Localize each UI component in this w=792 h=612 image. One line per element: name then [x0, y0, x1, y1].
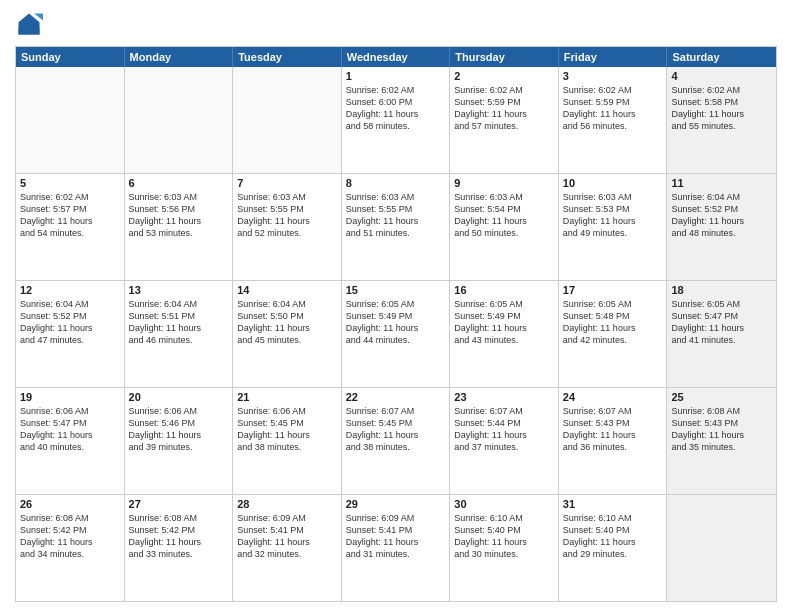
cell-info: Sunrise: 6:07 AM Sunset: 5:45 PM Dayligh…	[346, 405, 446, 454]
cal-cell: 10Sunrise: 6:03 AM Sunset: 5:53 PM Dayli…	[559, 174, 668, 280]
week-row-2: 5Sunrise: 6:02 AM Sunset: 5:57 PM Daylig…	[16, 174, 776, 281]
cell-info: Sunrise: 6:07 AM Sunset: 5:44 PM Dayligh…	[454, 405, 554, 454]
cal-cell: 1Sunrise: 6:02 AM Sunset: 6:00 PM Daylig…	[342, 67, 451, 173]
cell-info: Sunrise: 6:03 AM Sunset: 5:53 PM Dayligh…	[563, 191, 663, 240]
cal-cell	[667, 495, 776, 601]
day-number: 21	[237, 391, 337, 403]
week-row-4: 19Sunrise: 6:06 AM Sunset: 5:47 PM Dayli…	[16, 388, 776, 495]
cell-info: Sunrise: 6:03 AM Sunset: 5:55 PM Dayligh…	[237, 191, 337, 240]
day-number: 15	[346, 284, 446, 296]
week-row-1: 1Sunrise: 6:02 AM Sunset: 6:00 PM Daylig…	[16, 67, 776, 174]
cell-info: Sunrise: 6:06 AM Sunset: 5:46 PM Dayligh…	[129, 405, 229, 454]
cal-cell: 19Sunrise: 6:06 AM Sunset: 5:47 PM Dayli…	[16, 388, 125, 494]
cal-cell: 12Sunrise: 6:04 AM Sunset: 5:52 PM Dayli…	[16, 281, 125, 387]
day-number: 9	[454, 177, 554, 189]
cell-info: Sunrise: 6:05 AM Sunset: 5:49 PM Dayligh…	[454, 298, 554, 347]
day-number: 3	[563, 70, 663, 82]
day-number: 7	[237, 177, 337, 189]
header-day-saturday: Saturday	[667, 47, 776, 67]
cell-info: Sunrise: 6:02 AM Sunset: 5:59 PM Dayligh…	[454, 84, 554, 133]
cal-cell: 2Sunrise: 6:02 AM Sunset: 5:59 PM Daylig…	[450, 67, 559, 173]
calendar-body: 1Sunrise: 6:02 AM Sunset: 6:00 PM Daylig…	[16, 67, 776, 601]
cell-info: Sunrise: 6:04 AM Sunset: 5:51 PM Dayligh…	[129, 298, 229, 347]
day-number: 31	[563, 498, 663, 510]
cell-info: Sunrise: 6:08 AM Sunset: 5:43 PM Dayligh…	[671, 405, 772, 454]
day-number: 18	[671, 284, 772, 296]
day-number: 14	[237, 284, 337, 296]
cell-info: Sunrise: 6:05 AM Sunset: 5:49 PM Dayligh…	[346, 298, 446, 347]
cell-info: Sunrise: 6:06 AM Sunset: 5:45 PM Dayligh…	[237, 405, 337, 454]
day-number: 19	[20, 391, 120, 403]
cal-cell: 14Sunrise: 6:04 AM Sunset: 5:50 PM Dayli…	[233, 281, 342, 387]
cell-info: Sunrise: 6:08 AM Sunset: 5:42 PM Dayligh…	[129, 512, 229, 561]
cal-cell: 9Sunrise: 6:03 AM Sunset: 5:54 PM Daylig…	[450, 174, 559, 280]
cal-cell: 4Sunrise: 6:02 AM Sunset: 5:58 PM Daylig…	[667, 67, 776, 173]
cal-cell: 25Sunrise: 6:08 AM Sunset: 5:43 PM Dayli…	[667, 388, 776, 494]
header-day-friday: Friday	[559, 47, 668, 67]
cal-cell: 29Sunrise: 6:09 AM Sunset: 5:41 PM Dayli…	[342, 495, 451, 601]
cell-info: Sunrise: 6:04 AM Sunset: 5:52 PM Dayligh…	[671, 191, 772, 240]
cell-info: Sunrise: 6:05 AM Sunset: 5:48 PM Dayligh…	[563, 298, 663, 347]
cal-cell: 22Sunrise: 6:07 AM Sunset: 5:45 PM Dayli…	[342, 388, 451, 494]
day-number: 5	[20, 177, 120, 189]
cell-info: Sunrise: 6:05 AM Sunset: 5:47 PM Dayligh…	[671, 298, 772, 347]
cal-cell: 31Sunrise: 6:10 AM Sunset: 5:40 PM Dayli…	[559, 495, 668, 601]
cell-info: Sunrise: 6:02 AM Sunset: 5:58 PM Dayligh…	[671, 84, 772, 133]
cal-cell: 21Sunrise: 6:06 AM Sunset: 5:45 PM Dayli…	[233, 388, 342, 494]
header-day-sunday: Sunday	[16, 47, 125, 67]
day-number: 24	[563, 391, 663, 403]
page: SundayMondayTuesdayWednesdayThursdayFrid…	[0, 0, 792, 612]
logo	[15, 10, 47, 38]
cal-cell: 13Sunrise: 6:04 AM Sunset: 5:51 PM Dayli…	[125, 281, 234, 387]
header-day-thursday: Thursday	[450, 47, 559, 67]
header-day-wednesday: Wednesday	[342, 47, 451, 67]
cal-cell: 7Sunrise: 6:03 AM Sunset: 5:55 PM Daylig…	[233, 174, 342, 280]
cal-cell: 6Sunrise: 6:03 AM Sunset: 5:56 PM Daylig…	[125, 174, 234, 280]
cal-cell: 15Sunrise: 6:05 AM Sunset: 5:49 PM Dayli…	[342, 281, 451, 387]
svg-rect-2	[19, 28, 40, 35]
header-day-monday: Monday	[125, 47, 234, 67]
cell-info: Sunrise: 6:10 AM Sunset: 5:40 PM Dayligh…	[454, 512, 554, 561]
logo-icon	[15, 10, 43, 38]
cal-cell: 8Sunrise: 6:03 AM Sunset: 5:55 PM Daylig…	[342, 174, 451, 280]
cal-cell	[16, 67, 125, 173]
day-number: 2	[454, 70, 554, 82]
day-number: 26	[20, 498, 120, 510]
week-row-5: 26Sunrise: 6:08 AM Sunset: 5:42 PM Dayli…	[16, 495, 776, 601]
day-number: 10	[563, 177, 663, 189]
day-number: 4	[671, 70, 772, 82]
header-day-tuesday: Tuesday	[233, 47, 342, 67]
cell-info: Sunrise: 6:04 AM Sunset: 5:50 PM Dayligh…	[237, 298, 337, 347]
cell-info: Sunrise: 6:09 AM Sunset: 5:41 PM Dayligh…	[237, 512, 337, 561]
cal-cell: 16Sunrise: 6:05 AM Sunset: 5:49 PM Dayli…	[450, 281, 559, 387]
cell-info: Sunrise: 6:02 AM Sunset: 6:00 PM Dayligh…	[346, 84, 446, 133]
calendar: SundayMondayTuesdayWednesdayThursdayFrid…	[15, 46, 777, 602]
day-number: 1	[346, 70, 446, 82]
cal-cell: 30Sunrise: 6:10 AM Sunset: 5:40 PM Dayli…	[450, 495, 559, 601]
cal-cell: 17Sunrise: 6:05 AM Sunset: 5:48 PM Dayli…	[559, 281, 668, 387]
day-number: 20	[129, 391, 229, 403]
day-number: 30	[454, 498, 554, 510]
cal-cell: 26Sunrise: 6:08 AM Sunset: 5:42 PM Dayli…	[16, 495, 125, 601]
day-number: 8	[346, 177, 446, 189]
cell-info: Sunrise: 6:10 AM Sunset: 5:40 PM Dayligh…	[563, 512, 663, 561]
cal-cell: 3Sunrise: 6:02 AM Sunset: 5:59 PM Daylig…	[559, 67, 668, 173]
cell-info: Sunrise: 6:08 AM Sunset: 5:42 PM Dayligh…	[20, 512, 120, 561]
cell-info: Sunrise: 6:04 AM Sunset: 5:52 PM Dayligh…	[20, 298, 120, 347]
cal-cell: 20Sunrise: 6:06 AM Sunset: 5:46 PM Dayli…	[125, 388, 234, 494]
day-number: 27	[129, 498, 229, 510]
cal-cell: 28Sunrise: 6:09 AM Sunset: 5:41 PM Dayli…	[233, 495, 342, 601]
cal-cell: 27Sunrise: 6:08 AM Sunset: 5:42 PM Dayli…	[125, 495, 234, 601]
day-number: 17	[563, 284, 663, 296]
cell-info: Sunrise: 6:09 AM Sunset: 5:41 PM Dayligh…	[346, 512, 446, 561]
day-number: 29	[346, 498, 446, 510]
cal-cell: 11Sunrise: 6:04 AM Sunset: 5:52 PM Dayli…	[667, 174, 776, 280]
day-number: 16	[454, 284, 554, 296]
cal-cell: 23Sunrise: 6:07 AM Sunset: 5:44 PM Dayli…	[450, 388, 559, 494]
cell-info: Sunrise: 6:03 AM Sunset: 5:56 PM Dayligh…	[129, 191, 229, 240]
cal-cell: 18Sunrise: 6:05 AM Sunset: 5:47 PM Dayli…	[667, 281, 776, 387]
day-number: 6	[129, 177, 229, 189]
cell-info: Sunrise: 6:03 AM Sunset: 5:55 PM Dayligh…	[346, 191, 446, 240]
day-number: 11	[671, 177, 772, 189]
cell-info: Sunrise: 6:07 AM Sunset: 5:43 PM Dayligh…	[563, 405, 663, 454]
